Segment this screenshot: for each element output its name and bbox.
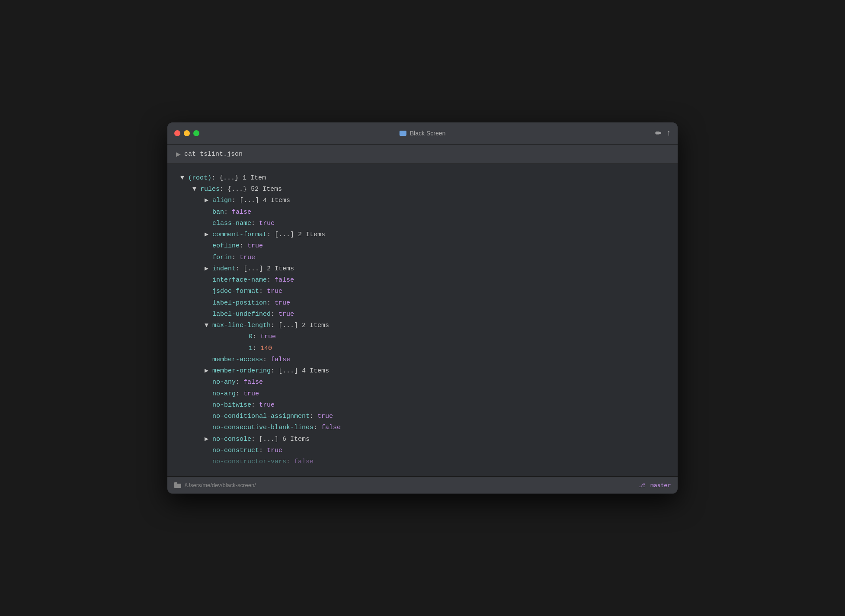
json-key: label-undefined: [212, 309, 271, 320]
terminal-window: Black Screen ✏ ↑ ▶ cat tslint.json ▼ (ro…: [167, 122, 678, 494]
json-key: no-console: [212, 434, 251, 445]
json-key: no-conditional-assignment: [212, 411, 310, 422]
json-key: no-any: [212, 377, 236, 388]
status-path: /Users/me/dev/black-screen/: [174, 482, 256, 488]
expand-arrow[interactable]: ▶: [205, 434, 212, 445]
list-item: 1 : 140: [180, 343, 665, 354]
traffic-lights: [174, 130, 199, 136]
json-key: interface-name: [212, 275, 267, 286]
list-item: label-undefined : true: [180, 309, 665, 320]
minimize-button[interactable]: [184, 130, 190, 136]
list-item: no-conditional-assignment : true: [180, 411, 665, 422]
toolbar-arrow: ▶: [176, 151, 181, 157]
toolbar-command: cat tslint.json: [184, 151, 243, 158]
folder-icon: [174, 482, 181, 488]
collapse-arrow[interactable]: ▼: [180, 173, 188, 184]
list-item: ban : false: [180, 207, 665, 218]
list-item: class-name : true: [180, 218, 665, 229]
list-item: forin : true: [180, 252, 665, 263]
json-key: no-bitwise: [212, 400, 251, 411]
json-key: (root): [188, 173, 211, 184]
toolbar: ▶ cat tslint.json: [167, 145, 678, 164]
json-key: indent: [212, 263, 236, 275]
list-item: no-arg : true: [180, 388, 665, 400]
json-key: eofline: [212, 241, 240, 252]
svg-rect-1: [174, 482, 177, 484]
window-title-text: Black Screen: [410, 130, 445, 137]
json-key: member-access: [212, 354, 263, 366]
git-branch: ⎇ master: [639, 482, 671, 488]
edit-icon[interactable]: ✏: [655, 128, 662, 138]
json-key: comment-format: [212, 229, 267, 241]
expand-arrow[interactable]: ▶: [205, 229, 212, 241]
list-item: label-position : true: [180, 298, 665, 309]
list-item: member-access : false: [180, 354, 665, 366]
expand-arrow[interactable]: ▶: [205, 263, 212, 275]
branch-name: master: [650, 482, 671, 488]
collapse-arrow[interactable]: ▼: [192, 184, 200, 195]
json-key: no-arg: [212, 388, 236, 400]
list-item: ▶ align : [...] 4 Items: [180, 195, 665, 206]
branch-icon: ⎇: [639, 482, 649, 488]
json-key: forin: [212, 252, 232, 263]
collapse-arrow[interactable]: ▼: [205, 320, 212, 331]
title-actions: ✏ ↑: [655, 128, 671, 138]
list-item: ▼ (root) : {...} 1 Item: [180, 173, 665, 184]
json-output: ▼ (root) : {...} 1 Item ▼ rules : {...} …: [167, 164, 678, 477]
json-key: jsdoc-format: [212, 286, 259, 297]
list-item: no-construct : true: [180, 445, 665, 456]
json-key: no-construct: [212, 445, 259, 456]
expand-arrow[interactable]: ▶: [205, 366, 212, 377]
list-item: no-consecutive-blank-lines : false: [180, 422, 665, 433]
list-item: ▶ comment-format : [...] 2 Items: [180, 229, 665, 241]
json-key: 0: [249, 331, 253, 343]
list-item: ▼ rules : {...} 52 Items: [180, 184, 665, 195]
json-key: ban: [212, 207, 224, 218]
list-item: no-any : false: [180, 377, 665, 388]
status-bar: /Users/me/dev/black-screen/ ⎇ master: [167, 476, 678, 494]
json-key: align: [212, 195, 232, 206]
list-item: eofline : true: [180, 241, 665, 252]
list-item: ▶ member-ordering : [...] 4 Items: [180, 366, 665, 377]
json-key: no-constructor-vars: [212, 456, 286, 468]
list-item: 0 : true: [180, 331, 665, 343]
list-item: interface-name : false: [180, 275, 665, 286]
list-item: ▼ max-line-length : [...] 2 Items: [180, 320, 665, 331]
list-item: no-constructor-vars : false: [180, 456, 665, 468]
json-key: label-position: [212, 298, 267, 309]
title-bar: Black Screen ✏ ↑: [167, 122, 678, 145]
json-key: rules: [200, 184, 220, 195]
window-title: Black Screen: [400, 130, 445, 137]
maximize-button[interactable]: [193, 130, 199, 136]
list-item: jsdoc-format : true: [180, 286, 665, 297]
json-key: 1: [249, 343, 253, 354]
current-path: /Users/me/dev/black-screen/: [185, 482, 256, 488]
list-item: no-bitwise : true: [180, 400, 665, 411]
json-key: class-name: [212, 218, 251, 229]
expand-arrow[interactable]: ▶: [205, 195, 212, 206]
folder-icon: [400, 131, 406, 136]
close-button[interactable]: [174, 130, 180, 136]
list-item: ▶ indent : [...] 2 Items: [180, 263, 665, 275]
scroll-up-icon[interactable]: ↑: [667, 128, 671, 138]
list-item: ▶ no-console : [...] 6 Items: [180, 434, 665, 445]
json-key: max-line-length: [212, 320, 271, 331]
json-key: no-consecutive-blank-lines: [212, 422, 314, 433]
json-key: member-ordering: [212, 366, 271, 377]
